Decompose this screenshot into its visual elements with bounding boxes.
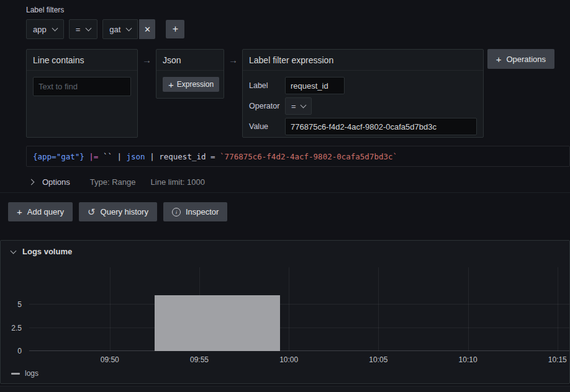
card-title-line-contains: Line contains	[27, 50, 137, 71]
operation-card-line-contains: Line contains	[26, 49, 138, 138]
x-axis-labels: 09:5009:5510:0010:0510:1010:15	[29, 351, 569, 365]
query-segment: request_id =	[159, 152, 220, 161]
inspector-label: Inspector	[186, 207, 219, 216]
query-toolbar: + Add query ↺ Query history i Inspector	[0, 193, 570, 231]
arrow-right-icon: →	[142, 55, 152, 65]
plus-icon: +	[496, 55, 502, 64]
filter-value-select[interactable]: gat	[102, 19, 138, 39]
v-gridline	[468, 267, 469, 351]
operator-field-label: Operator	[249, 102, 285, 110]
logs-volume-chart: 02.55 09:5009:5510:0010:0510:1010:15	[1, 267, 569, 365]
query-segment: `776875c6-f4d2-4acf-9802-0cafa5d7bd3c`	[220, 152, 397, 161]
card-body: Label Operator = Value	[243, 71, 483, 141]
plot-area	[29, 267, 569, 351]
filter-operator-select[interactable]: =	[69, 19, 98, 39]
filter-label-select[interactable]: app	[26, 19, 64, 39]
value-input[interactable]	[285, 118, 477, 135]
x-tick-label: 10:05	[369, 355, 387, 364]
add-filter-button[interactable]: +	[166, 20, 184, 38]
y-tick-label: 2.5	[11, 324, 22, 332]
add-expression-button[interactable]: + Expression	[163, 77, 219, 92]
filter-label-value: app	[33, 25, 47, 34]
plus-icon: +	[173, 24, 178, 34]
options-title: Options	[42, 177, 70, 187]
v-gridline	[110, 267, 111, 351]
x-tick-label: 10:15	[548, 355, 567, 364]
chevron-down-icon	[126, 25, 132, 32]
y-tick-label: 0	[17, 347, 22, 355]
legend-series-label: logs	[25, 369, 38, 378]
operator-select-value: =	[291, 102, 296, 111]
logs-volume-title: Logs volume	[22, 247, 72, 256]
operator-select[interactable]: =	[285, 97, 312, 115]
history-icon: ↺	[88, 207, 96, 216]
logs-volume-panel: Logs volume 02.55 09:5009:5510:0010:0510…	[0, 240, 570, 384]
label-input[interactable]	[285, 77, 345, 94]
query-segment: |	[112, 152, 127, 161]
options-line-limit: Line limit: 1000	[151, 177, 205, 187]
operation-card-json: Json + Expression	[156, 49, 224, 99]
add-query-button[interactable]: + Add query	[8, 202, 73, 221]
card-title-json: Json	[156, 50, 224, 71]
query-segment: json	[127, 152, 145, 161]
operation-card-label-filter-expression: Label filter expression Label Operator =…	[242, 49, 484, 138]
info-icon: i	[172, 208, 181, 216]
chevron-down-icon	[300, 102, 306, 109]
inspector-button[interactable]: i Inspector	[163, 202, 227, 221]
legend-series-line-icon	[11, 373, 20, 375]
query-segment: |=	[84, 152, 103, 161]
logs-volume-header[interactable]: Logs volume	[1, 241, 569, 262]
operations-button[interactable]: + Operations	[487, 49, 554, 69]
y-axis-labels: 02.55	[1, 267, 25, 351]
query-segment: {app="gat"}	[33, 152, 84, 161]
filter-operator-value: =	[76, 25, 81, 34]
chevron-right-icon	[29, 179, 35, 185]
x-tick-label: 09:50	[101, 355, 119, 364]
options-type: Type: Range	[90, 177, 136, 187]
label-filters-title: Label filters	[26, 6, 570, 14]
query-segment: ``	[103, 152, 112, 161]
next-panel-strip	[0, 386, 570, 392]
plus-icon: +	[17, 207, 22, 216]
close-icon: ✕	[144, 25, 151, 34]
v-gridline	[289, 267, 289, 351]
operator-field-row: Operator =	[249, 97, 477, 115]
query-history-label: Query history	[101, 207, 148, 216]
chevron-down-icon	[52, 25, 58, 32]
card-body: + Expression	[156, 71, 224, 98]
options-toggle[interactable]: Options Type: Range Line limit: 1000	[26, 171, 570, 192]
query-preview: {app="gat"} |= `` | json | request_id = …	[26, 146, 570, 167]
arrow-right-icon: →	[228, 55, 238, 65]
remove-filter-button[interactable]: ✕	[139, 19, 155, 39]
chart-legend[interactable]: logs	[1, 365, 569, 383]
plus-icon: +	[168, 80, 174, 89]
label-field-label: Label	[249, 81, 285, 90]
operations-row: Line contains → Json + Expression → Labe…	[26, 49, 570, 138]
operations-button-label: Operations	[506, 55, 546, 64]
label-filter-row: app = gat ✕ +	[26, 19, 570, 39]
v-gridline	[558, 267, 558, 351]
line-contains-input[interactable]	[33, 77, 131, 96]
x-tick-label: 10:10	[459, 355, 477, 364]
query-editor: Label filters app = gat ✕ + Line contain…	[0, 0, 570, 192]
x-tick-label: 09:55	[190, 355, 209, 364]
card-body	[27, 71, 137, 102]
query-segment: |	[145, 152, 160, 161]
chevron-down-icon	[86, 25, 92, 32]
x-tick-label: 10:00	[279, 355, 298, 364]
card-title-label-filter-expression: Label filter expression	[243, 50, 483, 71]
add-query-label: Add query	[27, 207, 64, 216]
v-gridline	[378, 267, 379, 351]
add-expression-label: Expression	[177, 80, 214, 89]
chevron-down-icon	[11, 247, 17, 254]
filter-value-text: gat	[109, 25, 120, 34]
value-field-row: Value	[249, 118, 477, 135]
value-field-label: Value	[249, 122, 285, 131]
query-history-button[interactable]: ↺ Query history	[79, 202, 157, 221]
label-field-row: Label	[249, 77, 477, 94]
y-tick-label: 5	[17, 300, 22, 309]
volume-bar[interactable]	[155, 295, 280, 351]
